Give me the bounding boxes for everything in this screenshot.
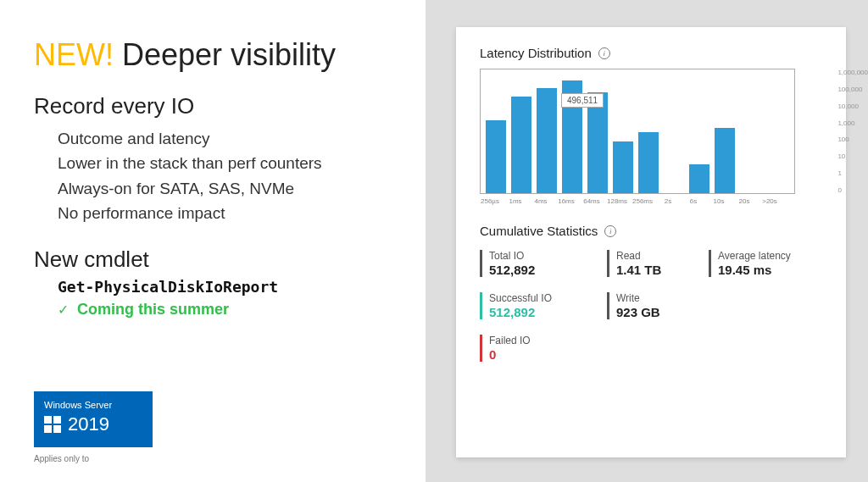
stat-value: 512,892	[489, 305, 607, 319]
coming-row: ✓ Coming this summer	[58, 301, 400, 319]
x-tick: 128ms	[607, 197, 627, 205]
stat-successful-io: Successful IO 512,892	[480, 292, 607, 319]
title-text: Deeper visibility	[114, 37, 336, 72]
stat-label: Read	[616, 250, 709, 262]
stat-value: 19.45 ms	[718, 263, 827, 277]
checkmark-icon: ✓	[58, 302, 69, 318]
y-tick: 10	[837, 152, 868, 160]
badge-year: 2019	[68, 413, 109, 435]
stat-value: 923 GB	[616, 305, 709, 319]
y-tick: 1,000,000	[837, 69, 868, 76]
bullet: No performance impact	[58, 201, 400, 225]
y-tick: 100,000	[837, 86, 868, 93]
stat-label: Average latency	[718, 250, 827, 262]
dashboard-panel: Latency Distribution i 496,511 1,000,000…	[456, 27, 846, 457]
stat-average-latency: Average latency 19.45 ms	[709, 250, 827, 277]
chart-bar	[689, 164, 709, 193]
x-tick: 10s	[709, 197, 729, 205]
x-tick: 1ms	[505, 197, 526, 205]
x-tick: 6s	[683, 197, 704, 205]
stat-value: 0	[489, 347, 607, 362]
stat-total-io: Total IO 512,892	[480, 250, 607, 277]
applies-only-to: Applies only to	[34, 454, 153, 463]
bullet: Lower in the stack than perf counters	[58, 151, 400, 175]
x-tick: 20s	[734, 197, 754, 205]
cmdlet-name: Get-PhysicalDiskIoReport	[58, 278, 400, 296]
cumulative-section-title: Cumulative Statistics i	[480, 224, 822, 238]
badge-area: Windows Server 2019 Applies only to	[34, 391, 153, 463]
info-icon[interactable]: i	[598, 47, 610, 59]
chart-tooltip: 496,511	[561, 93, 604, 108]
stat-read: Read 1.41 TB	[607, 250, 709, 277]
latency-title-text: Latency Distribution	[480, 46, 592, 60]
stat-value: 1.41 TB	[616, 263, 709, 277]
cmdlet-block: Get-PhysicalDiskIoReport ✓ Coming this s…	[58, 278, 400, 319]
y-tick: 100	[837, 136, 868, 143]
x-tick: 256ms	[632, 197, 653, 205]
x-tick: 2s	[658, 197, 678, 205]
x-tick: 256µs	[480, 197, 500, 205]
coming-text: Coming this summer	[77, 301, 229, 319]
info-icon[interactable]: i	[604, 225, 616, 237]
chart-x-axis: 256µs1ms4ms16ms64ms128ms256ms2s6s10s20s>…	[480, 197, 795, 205]
chart-bar	[638, 132, 659, 193]
page-title: NEW! Deeper visibility	[34, 37, 400, 73]
section-record-heading: Record every IO	[34, 93, 400, 119]
badge-product: Windows Server	[44, 400, 142, 410]
section-cmdlet-heading: New cmdlet	[34, 247, 400, 273]
chart-y-axis: 1,000,000100,00010,0001,0001001010	[837, 69, 868, 194]
windows-server-badge: Windows Server 2019	[34, 391, 153, 447]
stat-write: Write 923 GB	[607, 292, 709, 319]
y-tick: 10,000	[837, 102, 868, 110]
latency-section-title: Latency Distribution i	[480, 46, 822, 60]
x-tick: 4ms	[531, 197, 551, 205]
stat-label: Failed IO	[489, 335, 607, 346]
chart-bar	[486, 120, 506, 193]
chart-bar	[537, 88, 557, 193]
y-tick: 1	[837, 169, 868, 177]
stat-value: 512,892	[489, 263, 607, 277]
title-new-badge: NEW!	[34, 37, 114, 72]
stat-label: Write	[616, 292, 709, 304]
chart-bar	[511, 97, 531, 193]
chart-plot-area: 496,511	[480, 69, 795, 194]
right-column: Latency Distribution i 496,511 1,000,000…	[426, 0, 868, 482]
y-tick: 1,000	[837, 119, 868, 127]
x-tick: >20s	[760, 197, 780, 205]
windows-logo-icon	[44, 416, 61, 433]
cumulative-title-text: Cumulative Statistics	[480, 224, 598, 238]
stat-label: Successful IO	[489, 292, 607, 304]
stat-failed-io: Failed IO 0	[480, 335, 607, 362]
record-bullets: Outcome and latency Lower in the stack t…	[58, 126, 400, 226]
stat-label: Total IO	[489, 250, 607, 262]
latency-chart: 496,511 1,000,000100,00010,0001,00010010…	[480, 69, 822, 205]
chart-bar	[715, 128, 735, 193]
bullet: Always-on for SATA, SAS, NVMe	[58, 176, 400, 201]
stats-grid: Total IO 512,892 Read 1.41 TB Average la…	[480, 250, 822, 362]
x-tick: 16ms	[556, 197, 576, 205]
slide: NEW! Deeper visibility Record every IO O…	[0, 0, 868, 482]
bullet: Outcome and latency	[58, 126, 400, 151]
left-column: NEW! Deeper visibility Record every IO O…	[0, 0, 426, 482]
x-tick: 64ms	[581, 197, 602, 205]
chart-bar	[613, 141, 633, 193]
y-tick: 0	[837, 186, 868, 194]
